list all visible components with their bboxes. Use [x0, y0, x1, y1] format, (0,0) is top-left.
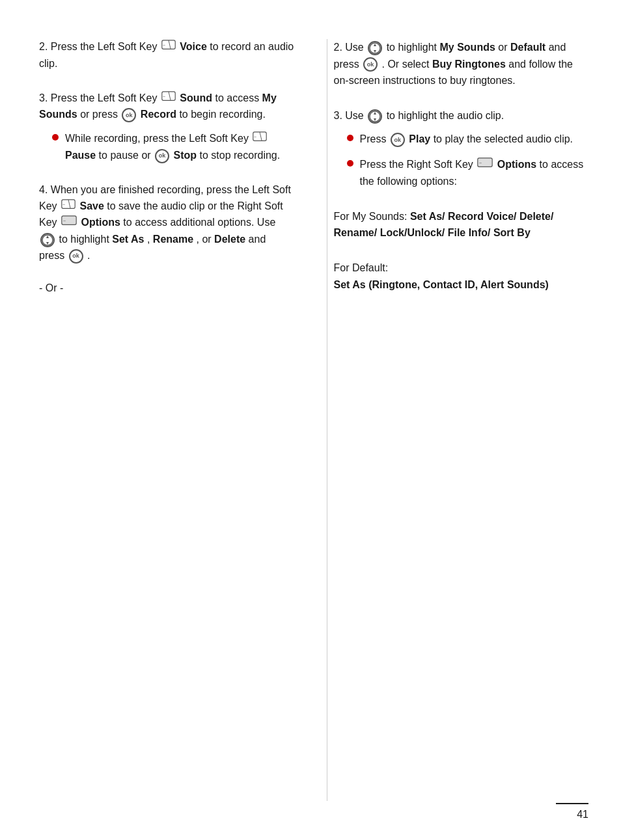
ok-icon-play: ok: [391, 133, 405, 147]
bullet-icon-r2: [347, 160, 353, 167]
right-sub-item-play: Press ok Play to play the selected audio…: [347, 131, 589, 148]
soft-key-right-icon: –: [61, 215, 77, 232]
item-3-text-or: or press: [80, 109, 120, 120]
page-container: 2. Press the Left Soft Key – Voice to re…: [0, 0, 621, 840]
delete-label: Delete: [214, 234, 245, 245]
soft-key-left-icon-2: –: [161, 90, 176, 107]
right-sub-play-text: Press ok Play to play the selected audio…: [360, 131, 573, 148]
svg-text:–: –: [163, 94, 165, 98]
stop-label: Stop: [174, 150, 197, 161]
options-text-r: to access the following options:: [360, 159, 584, 187]
or-label: - Or -: [39, 282, 63, 293]
right-item-3-intro: 3. Use: [334, 110, 367, 121]
item-4-or: , or: [197, 234, 215, 245]
right-column: 2. Use to highlight My Sounds or Default…: [327, 39, 589, 801]
item-4-comma1: ,: [147, 234, 153, 245]
for-default-options: Set As (Ringtone, Contact ID, Alert Soun…: [334, 279, 549, 290]
item-3-text-mid: to access: [215, 92, 262, 103]
svg-text:–: –: [255, 135, 257, 139]
nav-icon-4: [40, 233, 55, 247]
soft-key-right-icon-r: –: [477, 157, 493, 174]
options-label-r: Options: [497, 159, 536, 170]
set-as-label: Set As: [112, 234, 144, 245]
ok-icon-r2: ok: [363, 57, 378, 72]
right-sub-item-options: Press the Right Soft Key – Options to ac…: [347, 157, 589, 190]
pause-label: Pause: [65, 150, 96, 161]
for-default-label: For Default:: [334, 262, 389, 273]
buy-ringtones-label: Buy Ringtones: [432, 59, 506, 70]
rename-label: Rename: [153, 234, 193, 245]
options-label-4: Options: [81, 217, 120, 228]
nav-icon-r3: [368, 109, 382, 124]
play-label: Play: [409, 133, 430, 144]
left-item-3: 3. Press the Left Soft Key – Sound to ac…: [39, 90, 294, 164]
sub-pause-text: to pause or: [99, 150, 154, 161]
sound-label: Sound: [180, 92, 212, 103]
item-number-2: 2. Press the Left Soft Key: [39, 41, 160, 52]
svg-text:–: –: [163, 42, 165, 47]
bullet-icon-r1: [347, 135, 353, 141]
right-sub-options-text: Press the Right Soft Key – Options to ac…: [360, 157, 589, 190]
left-column: 2. Press the Left Soft Key – Voice to re…: [39, 39, 307, 801]
right-item-2-intro: 2. Use: [334, 42, 367, 53]
soft-key-left-icon: –: [161, 39, 176, 56]
soft-key-left-icon-3: –: [253, 131, 267, 148]
bullet-icon: [52, 134, 59, 141]
voice-label: Voice: [180, 41, 207, 52]
svg-text:–: –: [62, 202, 65, 206]
for-my-sounds-section: For My Sounds: Set As/ Record Voice/ Del…: [334, 208, 589, 241]
sub-item-recording-text: While recording, press the Left Soft Key…: [65, 131, 294, 164]
item-number-3: 3. Press the Left Soft Key: [39, 92, 160, 103]
sub-stop-text: to stop recording.: [200, 150, 281, 161]
right-item-3: 3. Use to highlight the audio clip. Pres…: [334, 107, 589, 190]
right-sub-list: Press ok Play to play the selected audio…: [347, 131, 589, 189]
left-item-2: 2. Press the Left Soft Key – Voice to re…: [39, 39, 294, 72]
svg-text:–: –: [63, 219, 66, 223]
svg-text:–: –: [479, 161, 482, 165]
item-4-highlight-text: to highlight: [59, 234, 112, 245]
nav-icon-r2: [368, 41, 382, 55]
or-separator: - Or -: [39, 282, 294, 294]
play-text: to play the selected audio clip.: [434, 133, 573, 144]
soft-key-left-icon-4: –: [61, 198, 76, 215]
page-number: 41: [577, 809, 588, 820]
item-3-text-end: to begin recording.: [179, 109, 266, 120]
item-3-sub-list: While recording, press the Left Soft Key…: [52, 131, 294, 164]
item-4-period: .: [87, 250, 90, 261]
for-my-sounds-label: For My Sounds:: [334, 211, 410, 222]
right-item-2-or2: . Or select: [382, 59, 432, 70]
right-item-2-or: or: [498, 42, 510, 53]
ok-icon-4: ok: [69, 249, 83, 264]
save-label: Save: [79, 200, 104, 211]
ok-icon-stop: ok: [155, 149, 169, 163]
ok-icon-record: ok: [122, 108, 136, 122]
right-item-2-text1: to highlight: [387, 42, 440, 53]
record-label: Record: [141, 109, 176, 120]
right-item-3-text: to highlight the audio clip.: [387, 110, 504, 121]
my-sounds-r: My Sounds: [439, 42, 495, 53]
sub-item-recording: While recording, press the Left Soft Key…: [52, 131, 294, 164]
item-4-text-cont: to access additional options. Use: [123, 217, 275, 228]
for-default-section: For Default: Set As (Ringtone, Contact I…: [334, 260, 589, 293]
left-item-4: 4. When you are finished recording, pres…: [39, 182, 294, 264]
right-item-2: 2. Use to highlight My Sounds or Default…: [334, 39, 589, 89]
page-line: [556, 803, 588, 804]
default-r: Default: [510, 42, 545, 53]
